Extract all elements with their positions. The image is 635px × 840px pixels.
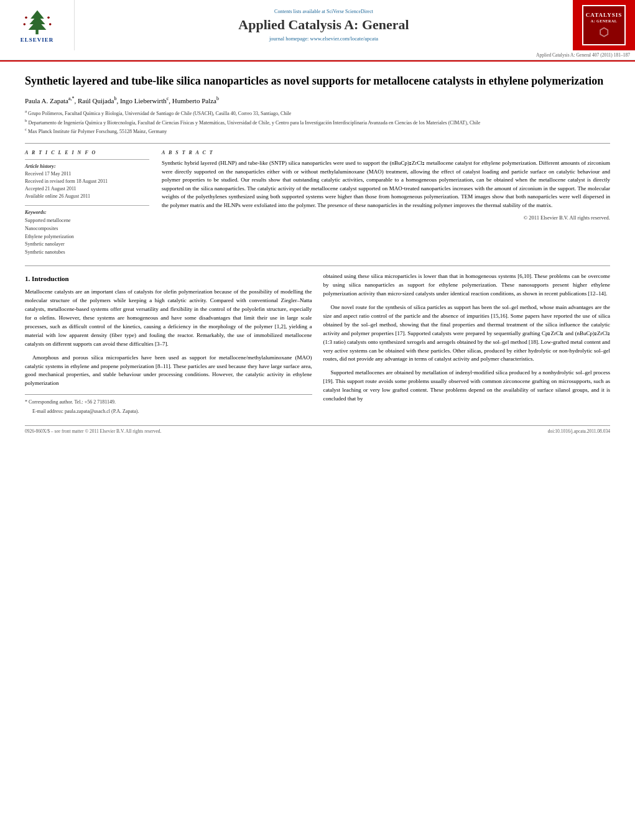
footnote-email: E-mail address: paula.zapata@usach.cl (P… [25,408,312,415]
journal-header: ELSEVIER Contents lists available at Sci… [0,0,635,62]
svg-point-5 [47,16,50,19]
journal-title: Applied Catalysis A: General [238,17,409,33]
keyword-item: Nanocomposites [25,225,149,233]
catalysis-logo-container: CATALYSIS A: GENERAL ⬡ [573,0,635,50]
article-info-title: A R T I C L E I N F O [25,150,149,155]
paper-title: Synthetic layered and tube-like silica n… [25,74,610,88]
article-info-panel: A R T I C L E I N F O Article history: R… [25,150,149,257]
citation-line: Applied Catalysis A: General 407 (2011) … [0,50,635,60]
abstract-panel: A B S T R A C T Synthetic hybrid layered… [162,150,610,257]
info-divider [25,159,149,160]
footnote-corresponding: * Corresponding author. Tel.: +56 2 7181… [25,399,312,406]
keyword-item: Synthetic nanotubes [25,249,149,257]
copyright-line: © 2011 Elsevier B.V. All rights reserved… [162,215,610,221]
svg-point-7 [49,23,51,25]
keyword-item: Synthetic nanolayer [25,241,149,249]
abstract-text: Synthetic hybrid layered (HLNP) and tube… [162,159,610,210]
keyword-item: Supported metallocene [25,217,149,225]
intro-para-1: Metallocene catalysts are an important c… [25,288,312,349]
abstract-title: A B S T R A C T [162,150,610,155]
sciverse-line: Contents lists available at SciVerse Sci… [274,9,373,14]
intro-para-2: Amorphous and porous silica microparticl… [25,354,312,389]
authors-line: Paula A. Zapataa,*, Raúl Quijadab, Ingo … [25,96,610,104]
page-footer: 0926-860X/$ – see front matter © 2011 El… [25,425,610,434]
footer-issn: 0926-860X/$ – see front matter © 2011 El… [25,428,161,434]
body-section: 1. Introduction Metallocene catalysts ar… [25,272,610,417]
info-abstract-row: A R T I C L E I N F O Article history: R… [25,150,610,257]
left-column: 1. Introduction Metallocene catalysts ar… [25,272,312,417]
svg-point-4 [25,16,27,19]
article-dates: Received 17 May 2011 Received in revised… [25,170,149,200]
footnotes: * Corresponding author. Tel.: +56 2 7181… [25,394,312,415]
keywords-list: Supported metallocene Nanocomposites Eth… [25,217,149,257]
elsevier-logo-container: ELSEVIER [0,0,75,50]
keywords-divider [25,205,149,206]
right-para-3: Supported metallocenes are obtained by m… [323,369,611,404]
intro-heading: 1. Introduction [25,274,312,284]
keyword-item: Ethylene polymerization [25,233,149,241]
history-label: Article history: [25,164,149,169]
paper-content: Synthetic layered and tube-like silica n… [0,62,635,446]
divider-1 [25,143,610,144]
svg-point-6 [23,23,25,25]
elsevier-brand-text: ELSEVIER [21,37,54,43]
right-para-2: One novel route for the synthesis of sil… [323,303,611,364]
journal-homepage: journal homepage: www.elsevier.com/locat… [269,35,378,42]
keywords-section: Keywords: Supported metallocene Nanocomp… [25,210,149,257]
catalysis-logo: CATALYSIS A: GENERAL ⬡ [582,5,626,45]
footer-doi: doi:10.1016/j.apcata.2011.08.034 [548,428,610,434]
divider-2 [25,265,610,266]
keywords-label: Keywords: [25,210,149,215]
journal-title-area: Contents lists available at SciVerse Sci… [75,0,573,50]
right-column: obtained using these silica microparticl… [323,272,611,417]
svg-marker-3 [28,20,46,30]
elsevier-tree-icon [19,7,56,35]
right-para-1: obtained using these silica microparticl… [323,272,611,298]
affiliations: a Grupo Polímeros, Facultad Química y Bi… [25,108,610,136]
